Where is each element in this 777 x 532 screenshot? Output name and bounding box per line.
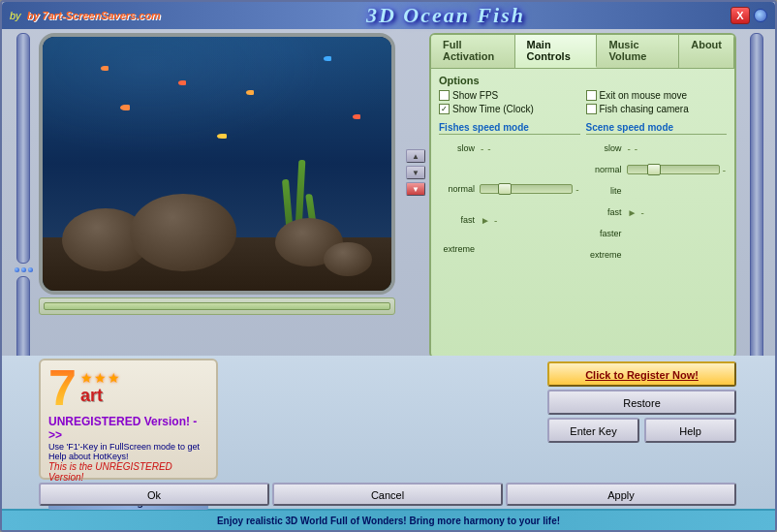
by-label: by xyxy=(10,10,24,21)
fish-speed-thumb[interactable] xyxy=(498,183,512,195)
tab-main-controls[interactable]: Main Controls xyxy=(515,35,598,68)
checkbox-exit-mouse[interactable] xyxy=(586,90,597,101)
arrow-red-btn[interactable]: ▼ xyxy=(406,182,425,196)
option-show-time: ✓ Show Time (Clock) xyxy=(439,104,580,114)
main-content: ▲ ▼ ▼ Full Activation Main Controls Musi… xyxy=(2,29,775,359)
help-button[interactable]: Help xyxy=(644,418,736,443)
tab-about[interactable]: About xyxy=(679,35,734,68)
art-logo-panel: 7 ★ ★ ★ art UNREGISTERED Version! ->> Us… xyxy=(39,359,218,480)
left-dot-2 xyxy=(21,267,26,272)
scene-speed-header: Scene speed mode xyxy=(586,122,728,135)
art-texts: UNREGISTERED Version! ->> Use 'F1'-Key i… xyxy=(48,415,208,483)
fish-speed-slider[interactable] xyxy=(480,184,573,194)
scene-speed-normal: normal - xyxy=(586,159,728,180)
fish-speed-normal: normal - xyxy=(439,178,580,200)
scene-speed-faster: faster xyxy=(586,223,728,244)
tab-full-activation[interactable]: Full Activation xyxy=(431,35,515,68)
fish-speed-extreme-label: extreme xyxy=(439,244,478,254)
fish-speed-slow: slow - - xyxy=(439,138,580,159)
scene-speed-lite: lite xyxy=(586,180,728,202)
preview-area xyxy=(39,33,402,359)
scene-speed-extreme-label: extreme xyxy=(586,250,625,260)
left-dots xyxy=(15,267,33,272)
arrow-down-btn[interactable]: ▼ xyxy=(406,166,425,179)
label-exit-mouse: Exit on mouse move xyxy=(600,90,688,101)
left-dot-1 xyxy=(15,267,19,272)
scene-speed-fast: fast ► - xyxy=(586,202,728,223)
arrow-up-btn[interactable]: ▲ xyxy=(406,149,425,163)
rock-2 xyxy=(130,194,236,271)
fish-3 xyxy=(246,90,254,95)
rock-4 xyxy=(324,242,372,276)
scene-speed-slow: slow - - xyxy=(586,138,728,159)
fish-speed-fast-label: fast xyxy=(439,215,478,225)
cancel-button[interactable]: Cancel xyxy=(272,483,503,506)
fish-speed-slow-label: slow xyxy=(439,143,478,153)
hotkey-text: Use 'F1'-Key in FullScreen mode to get H… xyxy=(48,442,208,461)
label-show-time: Show Time (Clock) xyxy=(452,104,534,114)
water-caustics xyxy=(43,37,391,189)
options-grid: Show FPS Exit on mouse move ✓ Show Time … xyxy=(439,90,727,114)
title-bar: by by 7art-ScreenSavers.com 3D Ocean Fis… xyxy=(2,2,775,29)
aquarium-frame xyxy=(39,33,395,295)
scene-speed-fast-label: fast xyxy=(586,207,625,217)
unreg-text: UNREGISTERED Version! ->> xyxy=(48,415,208,442)
fish-6 xyxy=(217,134,227,139)
fish-speed-normal-label: normal xyxy=(439,184,478,194)
tab-bar: Full Activation Main Controls Music Volu… xyxy=(431,35,734,69)
fish-speed-extreme: extreme xyxy=(439,238,580,260)
apply-button[interactable]: Apply xyxy=(506,483,736,506)
art-brand: art xyxy=(80,386,120,406)
status-bar: Enjoy realistic 3D World Full of Wonders… xyxy=(2,509,775,530)
scene-speed-lite-label: lite xyxy=(586,186,625,196)
fish-2 xyxy=(178,80,186,85)
site-label: by by 7art-ScreenSavers.com xyxy=(10,9,161,22)
register-button[interactable]: Click to Register Now! xyxy=(547,361,736,387)
fish-speed-gap2 xyxy=(439,200,580,209)
scrollbar-track[interactable] xyxy=(44,302,390,310)
scene-speed-faster-label: faster xyxy=(586,229,625,238)
title-controls: X xyxy=(730,7,767,24)
fish-1 xyxy=(101,66,109,71)
star-2: ★ xyxy=(94,370,107,386)
app-title: 3D Ocean Fish xyxy=(366,3,525,28)
restore-button[interactable]: Restore xyxy=(547,390,736,415)
option-exit-mouse: Exit on mouse move xyxy=(586,90,728,101)
enter-key-button[interactable]: Enter Key xyxy=(547,418,639,443)
art-number: 7 xyxy=(48,362,77,413)
preview-scrollbar[interactable] xyxy=(39,297,395,315)
option-show-fps: Show FPS xyxy=(439,90,580,101)
site-name: by 7art-ScreenSavers.com xyxy=(27,10,161,21)
close-button[interactable]: X xyxy=(730,7,750,24)
star-3: ★ xyxy=(108,370,120,386)
control-body: Options Show FPS Exit on mouse move ✓ Sh… xyxy=(431,69,734,271)
speed-modes: Fishes speed mode slow - - normal xyxy=(439,122,727,266)
ok-row: Ok Cancel Apply xyxy=(2,480,775,509)
star-row: ★ ★ ★ xyxy=(80,370,120,386)
option-fish-camera: Fish chasing camera xyxy=(586,104,728,114)
checkbox-show-fps[interactable] xyxy=(439,90,450,101)
status-message: Enjoy realistic 3D World Full of Wonders… xyxy=(217,516,560,526)
options-header: Options xyxy=(439,75,727,86)
fish-speed-gap1 xyxy=(439,159,580,178)
scene-speed-extreme: extreme xyxy=(586,244,728,266)
art-logo-area: 7 ★ ★ ★ art xyxy=(48,366,208,413)
fish-7 xyxy=(353,114,360,119)
checkbox-fish-camera[interactable] xyxy=(586,104,597,114)
fish-5 xyxy=(120,105,130,110)
scene-speed-slider[interactable] xyxy=(627,165,720,174)
title-dot xyxy=(754,9,767,22)
scene-speed-slow-label: slow xyxy=(586,143,625,153)
checkbox-show-time[interactable]: ✓ xyxy=(439,104,450,114)
fish-speed-fast: fast ► - xyxy=(439,209,580,231)
scene-speed-normal-label: normal xyxy=(586,165,625,174)
control-panel: Full Activation Main Controls Music Volu… xyxy=(429,33,736,359)
ok-button[interactable]: Ok xyxy=(39,483,269,506)
bottom-inner: 7 ★ ★ ★ art UNREGISTERED Version! ->> Us… xyxy=(2,356,775,480)
scene-speed-thumb[interactable] xyxy=(647,164,661,175)
side-buttons: ▲ ▼ ▼ xyxy=(402,33,425,359)
main-window: by by 7art-ScreenSavers.com 3D Ocean Fis… xyxy=(0,0,777,532)
tab-music-volume[interactable]: Music Volume xyxy=(597,35,679,68)
bottom-panel: 7 ★ ★ ★ art UNREGISTERED Version! ->> Us… xyxy=(2,356,775,530)
label-fish-camera: Fish chasing camera xyxy=(600,104,689,114)
